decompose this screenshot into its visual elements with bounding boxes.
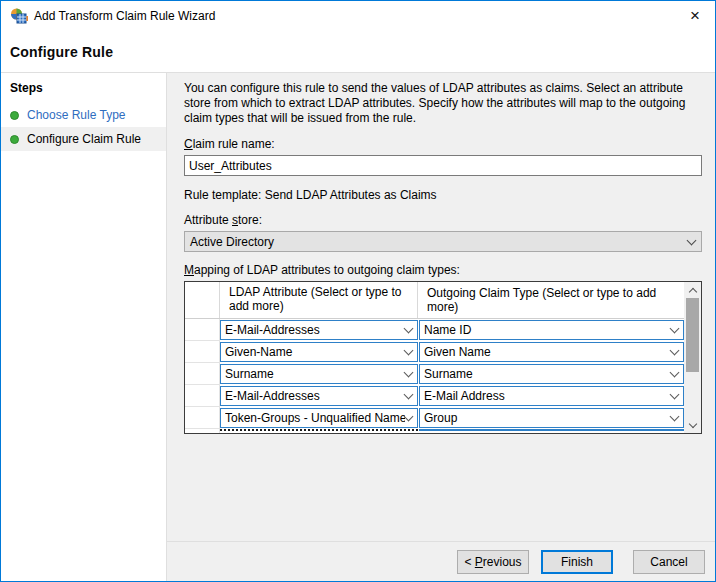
chevron-down-icon	[404, 368, 414, 378]
scrollbar-thumb[interactable]	[686, 298, 699, 372]
outgoing-claim-column-header: Outgoing Claim Type (Select or type to a…	[418, 282, 684, 318]
chevron-down-icon	[670, 346, 680, 356]
ldap-attribute-combo[interactable]: Given-Name	[220, 342, 418, 362]
outgoing-claim-combo[interactable]: E-Mail Address	[419, 386, 684, 406]
table-row: E-Mail-Addresses E-Mail Address	[185, 385, 684, 407]
title-bar: Add Transform Claim Rule Wizard ×	[1, 1, 715, 31]
chevron-down-icon	[670, 412, 680, 422]
chevron-down-icon	[670, 390, 680, 400]
mapping-table-header: LDAP Attribute (Select or type to add mo…	[185, 282, 684, 319]
step-label: Configure Claim Rule	[27, 132, 141, 146]
chevron-down-icon	[404, 324, 414, 334]
chevron-up-icon	[688, 287, 696, 295]
table-row: Token-Groups - Unqualified Names Group	[185, 407, 684, 429]
chevron-down-icon	[670, 368, 680, 378]
chevron-down-icon	[670, 324, 680, 334]
mapping-grid: LDAP Attribute (Select or type to add mo…	[185, 282, 684, 433]
attribute-store-value: Active Directory	[190, 235, 688, 249]
row-selector[interactable]	[185, 407, 220, 429]
step-current-bullet-icon	[10, 135, 19, 144]
table-row: Surname Surname	[185, 363, 684, 385]
row-selector[interactable]	[185, 385, 220, 407]
page-title: Configure Rule	[10, 44, 113, 60]
main-panel: You can configure this rule to send the …	[167, 73, 715, 581]
chevron-down-icon	[404, 390, 414, 400]
wizard-footer: < Previous Finish Cancel	[167, 541, 715, 581]
wizard-app-icon	[10, 8, 28, 24]
steps-sidebar: Steps Choose Rule Type Configure Claim R…	[1, 73, 167, 581]
step-label: Choose Rule Type	[27, 108, 126, 122]
scroll-up-button[interactable]	[684, 282, 701, 298]
outgoing-claim-combo[interactable]: Given Name	[419, 342, 684, 362]
table-row-partial	[185, 429, 684, 433]
step-done-bullet-icon	[10, 111, 19, 120]
configure-rule-content: You can configure this rule to send the …	[167, 73, 715, 541]
previous-button[interactable]: < Previous	[457, 550, 529, 574]
chevron-down-icon	[404, 346, 414, 356]
ldap-attribute-combo[interactable]: E-Mail-Addresses	[220, 386, 418, 406]
ldap-attribute-combo-clipped	[220, 429, 418, 433]
row-selector	[185, 429, 220, 433]
ldap-attribute-column-header: LDAP Attribute (Select or type to add mo…	[220, 282, 418, 318]
wizard-window: Add Transform Claim Rule Wizard × Config…	[0, 0, 716, 582]
row-selector[interactable]	[185, 319, 220, 341]
ldap-attribute-combo[interactable]: Surname	[220, 364, 418, 384]
claim-rule-name-input[interactable]	[184, 155, 702, 176]
attribute-store-label: Attribute store:	[184, 213, 702, 227]
rule-template-text: Rule template: Send LDAP Attributes as C…	[184, 188, 702, 202]
outgoing-claim-combo-clipped	[419, 429, 684, 433]
chevron-down-icon	[404, 412, 414, 422]
ldap-attribute-combo[interactable]: Token-Groups - Unqualified Names	[220, 408, 418, 428]
rule-description: You can configure this rule to send the …	[184, 81, 702, 126]
cancel-button[interactable]: Cancel	[633, 550, 705, 574]
close-button[interactable]: ×	[684, 5, 706, 27]
chevron-down-icon	[687, 235, 697, 245]
ldap-attribute-combo[interactable]: E-Mail-Addresses	[220, 320, 418, 340]
mapping-label: Mapping of LDAP attributes to outgoing c…	[184, 263, 702, 277]
wizard-header: Configure Rule	[1, 31, 715, 72]
outgoing-claim-combo[interactable]: Name ID	[419, 320, 684, 340]
steps-title: Steps	[1, 79, 166, 103]
outgoing-claim-combo[interactable]: Group	[419, 408, 684, 428]
row-selector[interactable]	[185, 363, 220, 385]
table-vertical-scrollbar[interactable]	[684, 282, 701, 433]
outgoing-claim-combo[interactable]: Surname	[419, 364, 684, 384]
sidebar-item-choose-rule-type[interactable]: Choose Rule Type	[1, 103, 166, 127]
claim-rule-name-label: Claim rule name:	[184, 137, 702, 151]
scroll-down-button[interactable]	[684, 417, 701, 433]
wizard-body: Steps Choose Rule Type Configure Claim R…	[1, 72, 715, 581]
table-row: E-Mail-Addresses Name ID	[185, 319, 684, 341]
mapping-table: LDAP Attribute (Select or type to add mo…	[184, 281, 702, 434]
attribute-store-select[interactable]: Active Directory	[184, 231, 702, 252]
sidebar-item-configure-claim-rule[interactable]: Configure Claim Rule	[1, 127, 166, 151]
table-row: Given-Name Given Name	[185, 341, 684, 363]
chevron-down-icon	[688, 420, 696, 428]
row-selector-header	[185, 282, 220, 318]
finish-button[interactable]: Finish	[541, 550, 613, 574]
window-title: Add Transform Claim Rule Wizard	[34, 9, 684, 23]
row-selector[interactable]	[185, 341, 220, 363]
